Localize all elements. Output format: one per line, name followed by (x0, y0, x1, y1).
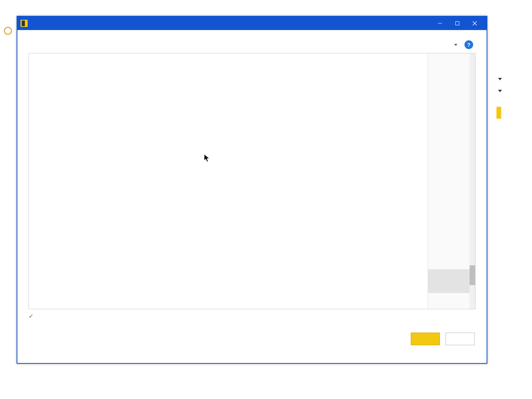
titlebar (17, 17, 487, 30)
minimap[interactable] (428, 53, 475, 309)
minimize-button[interactable] (431, 17, 449, 30)
bg-gear-icon[interactable] (0, 24, 16, 39)
right-a1[interactable] (496, 83, 532, 86)
chevron-down-icon (454, 44, 457, 46)
maximize-button[interactable] (449, 17, 466, 30)
display-options-dropdown[interactable] (452, 44, 457, 46)
vertical-scrollbar[interactable] (470, 53, 475, 309)
bg-window-title (0, 0, 532, 8)
right-pn[interactable] (496, 74, 532, 83)
check-icon: ✓ (28, 312, 34, 320)
bg-sources[interactable] (0, 45, 16, 48)
svg-rect-1 (456, 22, 459, 25)
advanced-editor-dialog: ? ✓ (17, 16, 487, 364)
code-editor[interactable] (28, 53, 476, 309)
help-icon[interactable]: ? (464, 40, 473, 49)
right-query-label (496, 71, 532, 74)
done-button[interactable] (411, 333, 440, 345)
cancel-button[interactable] (446, 333, 475, 345)
code-content[interactable] (51, 53, 428, 309)
bg-tings (0, 42, 16, 45)
minimap-viewport[interactable] (428, 269, 475, 293)
right-yellow-indicator (496, 107, 501, 119)
app-logo-icon (21, 20, 28, 27)
scrollbar-thumb[interactable] (470, 265, 475, 285)
line-number-gutter (29, 53, 51, 309)
right-a2[interactable] (496, 86, 532, 95)
close-button[interactable] (466, 17, 483, 30)
bg-source-settings[interactable] (0, 39, 16, 42)
